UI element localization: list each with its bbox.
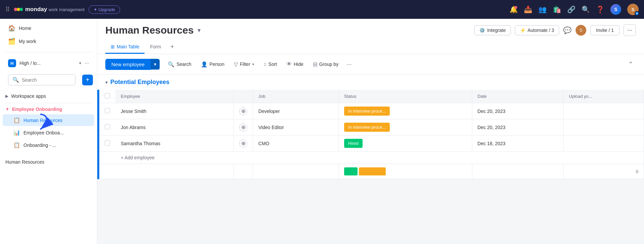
row1-add-icon[interactable]: ⊕: [239, 107, 247, 115]
row1-checkbox[interactable]: [105, 108, 110, 113]
search-button[interactable]: 🔍 Search: [164, 59, 195, 70]
new-employee-main-button[interactable]: New employee: [105, 59, 151, 70]
new-employee-button-group: New employee ▾: [105, 59, 160, 70]
tab-form[interactable]: Form: [145, 41, 166, 54]
sidebar-item-home[interactable]: 🏠 Home: [3, 22, 94, 35]
new-employee-chevron-button[interactable]: ▾: [151, 59, 160, 70]
marketplace-icon[interactable]: 🛍️: [553, 5, 561, 13]
user-avatar-small[interactable]: S: [610, 4, 621, 15]
svg-point-0: [14, 8, 17, 11]
sidebar-search-input[interactable]: [22, 77, 71, 83]
employee-column-header: Employee: [115, 90, 234, 103]
integrate-button[interactable]: ⚙️ Integrate: [474, 25, 511, 35]
group-by-button[interactable]: ⊟ Group by: [309, 59, 343, 70]
sidebar-workspace[interactable]: H High / lo... ▾ ···: [3, 56, 94, 70]
header-chat-icon[interactable]: 💬: [563, 26, 572, 34]
search-toolbar-icon: 🔍: [168, 61, 174, 68]
sidebar-add-button[interactable]: +: [82, 75, 93, 85]
row2-employee[interactable]: Jon Abrams: [115, 119, 234, 135]
date-column-header: Date: [472, 90, 564, 103]
sidebar-onboarding2-label: Onboarding - ...: [23, 143, 56, 148]
row3-checkbox[interactable]: [105, 140, 110, 146]
workspace-chevron-icon[interactable]: ▾: [79, 61, 81, 66]
workspace-apps-label: Workspace apps: [11, 93, 46, 99]
sidebar-item-employee-onboarding[interactable]: 📊 Employee Onboa... ···: [3, 127, 94, 138]
header-checkbox[interactable]: [105, 93, 110, 98]
group-header: ▾ Potential Employees: [97, 75, 644, 90]
row1-status-badge: In interview proce...: [344, 107, 390, 116]
home-icon: 🏠: [8, 25, 15, 32]
row1-add-cell[interactable]: ⊕: [234, 103, 253, 119]
table-container: ▾ Potential Employees: [97, 75, 644, 179]
job-column-header: Job: [253, 90, 338, 103]
sidebar-hr-label: Human Resources: [23, 118, 62, 123]
sidebar-item-onboarding-2[interactable]: 📋 Onboarding - ... ···: [3, 139, 94, 151]
automate-button[interactable]: ⚡ Automate / 3: [515, 25, 559, 35]
add-user-icon[interactable]: 👥: [538, 5, 547, 13]
board-header-actions: ⚙️ Integrate ⚡ Automate / 3 💬 S Invite /…: [474, 24, 636, 36]
person-button[interactable]: 👤 Person: [197, 59, 228, 70]
row2-status-badge: In interview proce...: [344, 123, 390, 132]
hide-button[interactable]: 👁 Hide: [282, 59, 308, 70]
hide-icon: 👁: [286, 61, 292, 67]
board-icon-onboarding: 📊: [13, 129, 20, 136]
board-title: Human Resources: [105, 25, 194, 36]
board-header: Human Resources ▾ ⚙️ Integrate ⚡ Automat…: [97, 19, 644, 54]
toolbar: New employee ▾ 🔍 Search 👤 Person ▽ Filte…: [97, 54, 644, 75]
board-title-chevron-icon[interactable]: ▾: [198, 27, 201, 34]
add-employee-row[interactable]: + Add employee: [99, 152, 644, 164]
bottom-status-checkbox: [99, 164, 115, 179]
sidebar-item-mywork[interactable]: 🗂️ My work: [3, 35, 94, 48]
filter-button[interactable]: ▽ Filter ▾: [230, 59, 258, 70]
table-row: Jon Abrams ⊕ Video Editor In interview p…: [99, 119, 644, 135]
workspace-label: High / lo...: [19, 60, 41, 66]
tab-main-table[interactable]: ⊞ Main Table: [105, 41, 145, 54]
row2-add-icon[interactable]: ⊕: [239, 123, 247, 131]
table-header-row: Employee Job Status Date Upload yo...: [99, 90, 644, 103]
inbox-icon[interactable]: 📥: [524, 5, 532, 13]
tab-add-button[interactable]: +: [166, 40, 178, 54]
workspace-more-icon[interactable]: ···: [85, 60, 89, 66]
svg-point-2: [20, 8, 23, 11]
sidebar-search-box[interactable]: 🔍: [8, 74, 75, 85]
search-icon[interactable]: 🔍: [582, 5, 590, 13]
invite-button[interactable]: Invite / 1: [590, 25, 620, 35]
tabs-row: ⊞ Main Table Form +: [105, 40, 636, 54]
add-employee-label[interactable]: + Add employee: [115, 152, 644, 164]
board-more-options-button[interactable]: ···: [624, 24, 636, 36]
row3-checkbox-cell: [99, 135, 115, 152]
upload-column-header: Upload yo...: [564, 90, 644, 103]
sidebar-item-human-resources[interactable]: 📋 Human Resources ···: [3, 114, 94, 126]
checkbox-header: [99, 90, 115, 103]
top-navigation: ⠿ monday work management ✦ Upgrade 🔔 📥 👥…: [0, 0, 644, 19]
bottom-status-indicators: [344, 167, 467, 175]
app-layout: 🏠 Home 🗂️ My work H High / lo... ▾ ··· 🔍…: [0, 19, 644, 244]
workspace-apps-row[interactable]: ▶ Workspace apps: [0, 91, 97, 101]
row2-status: In interview proce...: [338, 119, 472, 135]
row3-employee[interactable]: Samantha Thomas: [115, 135, 234, 152]
notification-badge: [515, 6, 517, 9]
help-icon[interactable]: ❓: [596, 5, 604, 13]
row1-upload: [564, 103, 644, 119]
user-avatar[interactable]: S: [627, 4, 639, 15]
top-nav-right: 🔔 📥 👥 🛍️ 🔗 🔍 ❓ S S: [509, 4, 639, 15]
upgrade-button[interactable]: ✦ Upgrade: [89, 5, 120, 14]
sidebar-nav-section: 🏠 Home 🗂️ My work: [0, 19, 97, 51]
sort-button[interactable]: ↕ Sort: [260, 59, 281, 70]
row3-add-icon[interactable]: ⊕: [239, 139, 247, 148]
row2-add-cell[interactable]: ⊕: [234, 119, 253, 135]
group-toggle-icon[interactable]: ▾: [105, 80, 108, 85]
main-content: Human Resources ▾ ⚙️ Integrate ⚡ Automat…: [97, 19, 644, 244]
toolbar-more-icon[interactable]: ···: [344, 58, 354, 70]
notifications-icon[interactable]: 🔔: [509, 5, 518, 13]
home-label: Home: [19, 26, 31, 31]
row2-checkbox[interactable]: [105, 124, 110, 129]
row3-add-cell[interactable]: ⊕: [234, 135, 253, 152]
employee-onboarding-group[interactable]: ▼ Employee Onboarding: [0, 105, 97, 114]
apps-grid-icon[interactable]: ⠿: [5, 6, 10, 13]
row1-date: Dec 20, 2023: [472, 103, 564, 119]
row1-employee[interactable]: Jesse Smith: [115, 103, 234, 119]
workflow-icon[interactable]: 🔗: [567, 5, 576, 13]
toolbar-collapse-icon[interactable]: ⌃: [626, 58, 636, 70]
table-row: Jesse Smith ⊕ Developer In interview pro…: [99, 103, 644, 119]
